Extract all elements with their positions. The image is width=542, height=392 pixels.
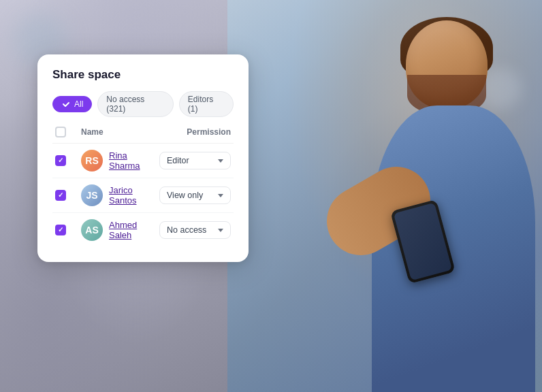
bg-right (227, 0, 542, 392)
permission-value-rina: Editor (167, 156, 189, 165)
filter-all[interactable]: All (52, 96, 92, 112)
permission-dropdown-ahmed[interactable]: No access (159, 221, 231, 239)
chevron-down-icon-rina (218, 159, 223, 163)
table-row: RS Rina Sharma Editor (52, 144, 234, 178)
filter-editors-label: Editors (1) (188, 95, 225, 114)
permission-value-ahmed: No access (167, 225, 206, 235)
table-row: AS Ahmed Saleh No access (52, 213, 234, 247)
user-name-rina[interactable]: Rina Sharma (109, 150, 153, 171)
filter-no-access-label: No access (321) (106, 95, 164, 114)
permission-dropdown-jarico[interactable]: View only (159, 186, 231, 204)
avatar-rina: RS (81, 150, 103, 172)
permission-value-jarico: View only (167, 191, 203, 200)
user-name-jarico[interactable]: Jarico Santos (109, 185, 153, 206)
person-figure (227, 0, 542, 392)
filter-all-label: All (74, 99, 83, 109)
avatar-ahmed-face: AS (81, 219, 103, 241)
chevron-down-icon-jarico (218, 194, 223, 197)
avatar-ahmed: AS (81, 219, 103, 241)
user-info-rina: RS Rina Sharma (81, 150, 153, 172)
table-header: Name Permission (52, 127, 234, 144)
col-permission-label: Permission (187, 127, 231, 137)
user-info-ahmed: AS Ahmed Saleh (81, 219, 153, 241)
permission-dropdown-rina[interactable]: Editor (159, 152, 231, 169)
row-rina-checkbox[interactable] (55, 155, 66, 166)
row-ahmed-checkbox[interactable] (55, 225, 66, 235)
filter-row: All No access (321) Editors (1) (52, 91, 234, 117)
user-name-ahmed[interactable]: Ahmed Saleh (109, 220, 153, 240)
row-jarico-checkbox[interactable] (55, 190, 66, 201)
filter-editors[interactable]: Editors (1) (179, 91, 234, 117)
filter-no-access[interactable]: No access (321) (97, 91, 173, 117)
body (372, 105, 535, 392)
select-all-checkbox[interactable] (55, 127, 66, 137)
table-row: JS Jarico Santos View only (52, 178, 234, 213)
share-space-card: Share space All No access (321) Editors … (37, 54, 249, 262)
avatar-rina-face: RS (81, 150, 103, 172)
col-name-label: Name (81, 127, 180, 137)
avatar-jarico-face: JS (81, 184, 103, 206)
card-title: Share space (52, 68, 234, 82)
chevron-down-icon-ahmed (218, 229, 223, 232)
user-info-jarico: JS Jarico Santos (81, 184, 153, 206)
avatar-jarico: JS (81, 184, 103, 206)
check-icon (61, 99, 71, 109)
